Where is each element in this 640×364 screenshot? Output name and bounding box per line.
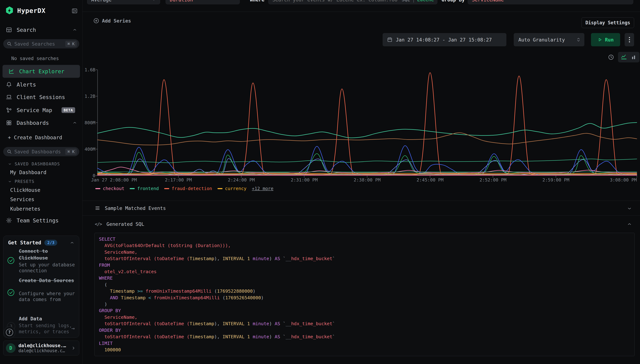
mode-lucene[interactable]: Lucene — [417, 0, 434, 2]
user-menu[interactable]: D dale@clickhouse.… dale@clickhouse.c… — [3, 340, 79, 356]
legend-swatch — [130, 188, 135, 189]
sidebar-item-create-dashboard[interactable]: + Create Dashboard — [0, 132, 83, 143]
get-started-step-title[interactable]: Add Data — [19, 316, 74, 322]
chart-series-frontend — [98, 122, 637, 138]
search-query-input[interactable] — [272, 0, 401, 2]
sidebar-item-label: Dashboards — [17, 120, 49, 126]
chevron-down-icon[interactable] — [627, 206, 632, 211]
avatar: D — [6, 343, 16, 353]
group-by-input[interactable] — [472, 0, 629, 2]
chevron-up-icon[interactable] — [627, 222, 632, 227]
sql-line: ServiceName, — [99, 314, 630, 320]
x-axis-label: 2:59:00 PM — [542, 177, 569, 182]
service-map-icon — [6, 107, 12, 113]
sidebar-item-label: Client Sessions — [17, 94, 65, 100]
search-query-box[interactable]: SQL | Lucene — [268, 0, 437, 4]
sql-line: SELECT — [99, 236, 630, 242]
saved-dashboards-section[interactable]: SAVED DASHBOARDS — [8, 162, 60, 166]
presets-section[interactable]: PRESETS — [8, 179, 35, 184]
legend-more-link[interactable]: +12 more — [252, 186, 273, 191]
chart-series-series-10 — [98, 173, 637, 174]
help-button[interactable]: ? — [4, 326, 16, 338]
arrow-right-icon[interactable]: → — [71, 325, 75, 332]
play-icon — [597, 37, 602, 42]
add-series-button[interactable]: Add Series — [93, 18, 131, 24]
user-name: dale@clickhouse.… — [19, 343, 68, 348]
line-chart-icon[interactable] — [621, 54, 627, 60]
section-title: Sample Matched Events — [105, 206, 166, 211]
sql-line: AVG(toFloat64OrDefault (toString (Durati… — [99, 242, 630, 249]
aggregation-value[interactable] — [91, 0, 152, 2]
saved-dashboards-search[interactable]: ⌘ K — [3, 147, 79, 156]
chart-plot-area[interactable] — [98, 70, 637, 176]
date-range-picker[interactable]: Jan 27 14:08:27 - Jan 27 15:08:27 — [383, 33, 506, 46]
legend-item-frontend[interactable]: frontend — [130, 186, 159, 191]
field-input-box[interactable] — [166, 0, 240, 4]
section-title: Generated SQL — [107, 221, 144, 227]
search-icon — [7, 149, 12, 154]
granularity-select[interactable]: Auto Granularity — [514, 33, 584, 46]
sidebar-item-kubernetes[interactable]: Kubernetes — [10, 206, 41, 212]
bar-chart-icon[interactable] — [631, 54, 636, 60]
sql-line: 100000 — [99, 346, 630, 353]
sidebar-item-clickhouse[interactable]: ClickHouse — [10, 187, 41, 193]
sidebar-item-team-settings[interactable]: Team Settings — [0, 215, 83, 226]
generated-sql-header[interactable]: </> Generated SQL — [95, 220, 144, 228]
chart-explorer-icon — [9, 68, 15, 74]
chevron-up-icon[interactable] — [73, 28, 77, 32]
clock-icon[interactable] — [608, 54, 614, 60]
query-mode-toggle[interactable]: SQL | Lucene — [402, 0, 434, 2]
plus-circle-icon — [93, 18, 99, 24]
chevron-up-icon[interactable] — [70, 240, 75, 245]
aggregation-select[interactable] — [87, 0, 160, 4]
get-started-progress-badge: 2/3 — [44, 240, 57, 246]
sidebar-item-search[interactable]: Search — [0, 24, 83, 36]
brand-title: HyperDX — [17, 7, 46, 14]
chart-series-series-11 — [98, 172, 637, 172]
bell-icon — [6, 82, 12, 88]
hyperdx-logo-icon — [5, 6, 14, 15]
x-axis-label: 2:52:00 PM — [479, 177, 506, 182]
run-button[interactable]: Run — [591, 33, 620, 46]
get-started-step-title[interactable]: Connect to ClickHouse — [19, 248, 74, 262]
saved-dashboards-input[interactable] — [14, 149, 63, 154]
sidebar-item-chart-explorer[interactable]: Chart Explorer — [3, 65, 80, 78]
granularity-value: Auto Granularity — [518, 37, 565, 42]
chevron-up-icon[interactable] — [73, 120, 77, 125]
sidebar-item-service-map[interactable]: Service Map BETA — [0, 104, 83, 116]
sidebar-item-client-sessions[interactable]: Client Sessions — [0, 91, 83, 103]
legend-swatch — [218, 188, 223, 189]
chevron-down-icon — [8, 180, 12, 184]
more-options-button[interactable] — [624, 33, 634, 46]
group-by-label: Group By — [441, 0, 465, 4]
sample-matched-events-header[interactable]: Sample Matched Events — [95, 204, 166, 212]
sidebar-item-my-dashboard[interactable]: My Dashboard — [10, 170, 46, 176]
chevron-down-icon — [152, 0, 156, 2]
display-settings-button[interactable]: Display Settings — [581, 17, 634, 28]
kebab-menu-icon — [629, 37, 630, 43]
sql-line: ServiceName, — [99, 249, 630, 255]
get-started-step-title[interactable]: Create Data Sources — [19, 277, 74, 284]
mode-sql[interactable]: SQL — [402, 0, 410, 2]
field-input[interactable] — [170, 0, 236, 2]
sql-line: toStartOfInterval (toDateTime (Timestamp… — [99, 255, 630, 262]
sidebar-collapse-icon[interactable] — [72, 8, 78, 14]
saved-searches-search[interactable]: ⌘ K — [3, 39, 79, 48]
sidebar-item-services[interactable]: Services — [10, 196, 34, 202]
sidebar-item-dashboards[interactable]: Dashboards — [0, 117, 83, 128]
legend-item-fraud-detection[interactable]: fraud-detection — [164, 186, 212, 191]
legend-item-checkout[interactable]: checkout — [95, 186, 124, 191]
section-label: SAVED DASHBOARDS — [15, 162, 60, 166]
legend-item-currency[interactable]: currency — [218, 186, 247, 191]
sql-line: FROM — [99, 262, 630, 268]
x-axis-label: 2:17:00 PM — [165, 177, 192, 182]
sql-line: GROUP BY — [99, 307, 630, 314]
legend-label: fraud-detection — [172, 186, 212, 191]
saved-searches-input[interactable] — [14, 41, 63, 47]
x-axis-labels: Jan 27 2:08:00 PM2:17:00 PM2:24:00 PM2:3… — [98, 177, 637, 183]
sidebar-item-alerts[interactable]: Alerts — [0, 79, 83, 90]
chart-series-currency — [98, 174, 637, 174]
sql-line: Timestamp >= fromUnixTimestamp64Milli (1… — [99, 288, 630, 294]
group-by-box[interactable] — [468, 0, 633, 4]
get-started-step-desc: Start sending logs, metrics, or traces — [19, 322, 73, 335]
